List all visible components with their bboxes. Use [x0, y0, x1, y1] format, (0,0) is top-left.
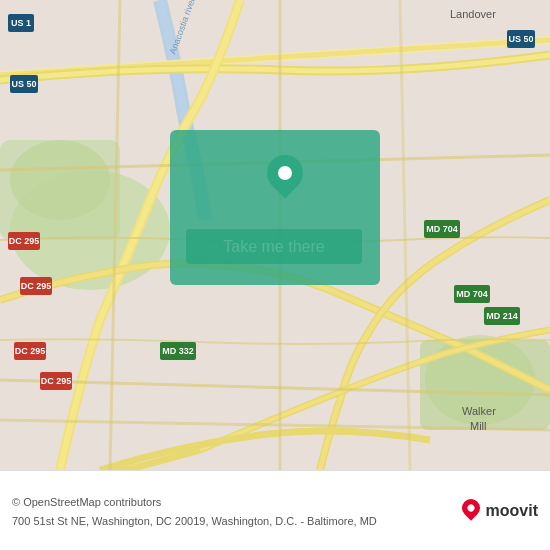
moovit-pin-shape [458, 495, 483, 520]
pin-inner [278, 166, 292, 180]
info-text-block: © OpenStreetMap contributors 700 51st St… [12, 492, 454, 529]
info-bar: © OpenStreetMap contributors 700 51st St… [0, 470, 550, 550]
map-container[interactable]: Landover Walker Mill Anacostia river US … [0, 0, 550, 470]
moovit-logo-text: moovit [486, 502, 538, 520]
svg-text:Mill: Mill [470, 420, 487, 432]
road-sign-md704-r2: MD 704 [454, 285, 490, 303]
address-text: 700 51st St NE, Washington, DC 20019, Wa… [12, 515, 377, 527]
road-sign-dc295-bl: DC 295 [20, 277, 52, 295]
road-sign-dc295-b2: DC 295 [14, 342, 46, 360]
copyright-text: © OpenStreetMap contributors [12, 496, 161, 508]
road-sign-md704-r: MD 704 [424, 220, 460, 238]
moovit-pin-icon [462, 499, 482, 523]
road-sign-dc295-extra: DC 295 [40, 372, 72, 390]
location-pin [265, 155, 305, 205]
road-sign-us50-tl: US 50 [10, 75, 38, 93]
pin-head [260, 148, 311, 199]
moovit-logo: moovit [462, 499, 538, 523]
svg-rect-3 [0, 140, 120, 240]
road-sign-md332: MD 332 [160, 342, 196, 360]
svg-text:Walker: Walker [462, 405, 496, 417]
road-sign-us50-tr: US 50 [507, 30, 535, 48]
svg-text:Landover: Landover [450, 8, 496, 20]
road-sign-md214: MD 214 [484, 307, 520, 325]
road-sign-us1: US 1 [8, 14, 34, 32]
map-overlay-panel [170, 130, 380, 285]
road-sign-dc295-ml: DC 295 [8, 232, 40, 250]
